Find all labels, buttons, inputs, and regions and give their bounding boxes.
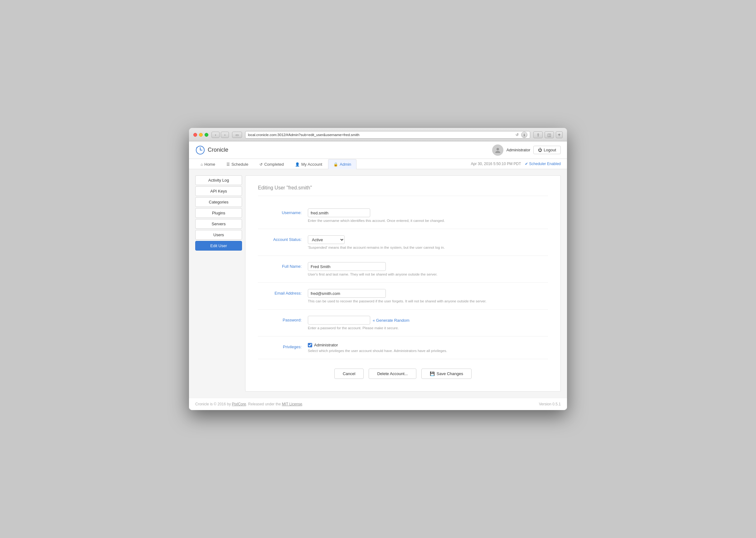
full-name-field: User's first and last name. They will no… xyxy=(308,262,548,276)
save-changes-button[interactable]: 💾 Save Changes xyxy=(421,368,472,379)
back-button[interactable]: ‹ xyxy=(212,132,219,138)
sidebar-item-plugins[interactable]: Plugins xyxy=(195,208,242,218)
footer-text: Cronicle is © 2016 by PixlCore. Released… xyxy=(195,402,303,406)
email-label: Email Address: xyxy=(258,289,308,296)
account-status-field: Active Suspended 'Suspended' means that … xyxy=(308,235,548,249)
avatar xyxy=(492,144,503,156)
checkmark-icon: ✔ xyxy=(525,162,528,166)
power-icon: ⏻ xyxy=(538,148,542,152)
home-icon: ⌂ xyxy=(201,162,203,167)
nav-tabs-left: ⌂ Home ☰ Schedule ↺ Completed 👤 My Accou… xyxy=(195,159,356,169)
form-section-privileges: Privileges: Administrator Select which p… xyxy=(258,336,548,359)
close-button[interactable] xyxy=(193,133,197,137)
password-row: « Generate Random xyxy=(308,316,548,325)
password-hint: Enter a password for the account. Please… xyxy=(308,326,489,330)
add-tab-button[interactable]: + xyxy=(556,132,563,138)
app-header: Cronicle Administrator ⏻ Logout xyxy=(189,141,567,159)
sidebar-item-api-keys[interactable]: API Keys xyxy=(195,186,242,196)
nav-tabs-right: Apr 30, 2016 5:50:10 PM PDT ✔ Scheduler … xyxy=(471,162,561,166)
admin-checkbox-label: Administrator xyxy=(314,343,338,347)
password-input[interactable] xyxy=(308,316,370,325)
refresh-icon[interactable]: ↺ xyxy=(516,133,519,137)
tab-admin-label: Admin xyxy=(340,162,351,167)
nav-buttons: ‹ › xyxy=(212,132,229,138)
cancel-button[interactable]: Cancel xyxy=(334,368,364,379)
admin-user-label: Administrator xyxy=(506,148,531,152)
logout-button[interactable]: ⏻ Logout xyxy=(533,146,561,154)
info-icon[interactable]: ℹ xyxy=(521,132,527,138)
tab-home-label: Home xyxy=(204,162,215,167)
email-hint: This can be used to recover the password… xyxy=(308,299,489,303)
address-bar-wrapper: local.cronicle.com:3012/#Admin?sub=edit_… xyxy=(245,131,530,138)
footer-left: Cronicle is © 2016 by PixlCore. Released… xyxy=(195,402,303,406)
username-label: Username: xyxy=(258,208,308,215)
svg-point-1 xyxy=(496,148,499,150)
new-tab-icon[interactable]: ◫ xyxy=(544,132,554,138)
generate-random-button[interactable]: « Generate Random xyxy=(370,317,409,324)
header-right: Administrator ⏻ Logout xyxy=(492,144,561,156)
sidebar-item-categories[interactable]: Categories xyxy=(195,197,242,207)
privileges-checkbox-row: Administrator xyxy=(308,343,548,347)
delete-account-button[interactable]: Delete Account... xyxy=(369,368,416,379)
admin-icon: 🔒 xyxy=(333,162,338,167)
browser-window: ‹ › ▭ local.cronicle.com:3012/#Admin?sub… xyxy=(189,128,567,410)
form-section-full-name: Full Name: User's first and last name. T… xyxy=(258,256,548,283)
tab-view-button[interactable]: ▭ xyxy=(232,132,242,138)
account-status-select[interactable]: Active Suspended xyxy=(308,235,345,244)
form-section-account-status: Account Status: Active Suspended 'Suspen… xyxy=(258,229,548,256)
sidebar-item-activity-log[interactable]: Activity Log xyxy=(195,175,242,185)
account-status-hint: 'Suspended' means that the account remai… xyxy=(308,245,489,249)
form-section-email: Email Address: This can be used to recov… xyxy=(258,283,548,309)
full-name-hint: User's first and last name. They will no… xyxy=(308,272,489,276)
sidebar: Activity Log API Keys Categories Plugins… xyxy=(195,175,245,392)
save-icon: 💾 xyxy=(430,371,435,376)
tab-home[interactable]: ⌂ Home xyxy=(195,159,220,169)
email-field: This can be used to recover the password… xyxy=(308,289,548,303)
main-content: Editing User "fred.smith" Username: Ente… xyxy=(245,175,561,392)
tab-completed[interactable]: ↺ Completed xyxy=(254,159,289,169)
logo-icon xyxy=(195,145,205,155)
username-hint: Enter the username which identifies this… xyxy=(308,219,489,223)
footer-right: Version 0.5.1 xyxy=(539,402,561,406)
sidebar-item-users[interactable]: Users xyxy=(195,230,242,240)
content-area: Activity Log API Keys Categories Plugins… xyxy=(189,169,567,398)
datetime-label: Apr 30, 2016 5:50:10 PM PDT xyxy=(471,162,521,166)
browser-titlebar: ‹ › ▭ local.cronicle.com:3012/#Admin?sub… xyxy=(189,128,567,141)
minimize-button[interactable] xyxy=(199,133,203,137)
pixlcore-link[interactable]: PixlCore xyxy=(232,402,246,406)
traffic-lights xyxy=(193,133,208,137)
form-section-username: Username: Enter the username which ident… xyxy=(258,202,548,229)
forward-button[interactable]: › xyxy=(221,132,229,138)
address-bar[interactable]: local.cronicle.com:3012/#Admin?sub=edit_… xyxy=(245,131,530,138)
full-name-label: Full Name: xyxy=(258,262,308,269)
username-field: Enter the username which identifies this… xyxy=(308,208,548,223)
admin-checkbox[interactable] xyxy=(308,343,312,347)
logo-text: Cronicle xyxy=(208,147,228,153)
tab-schedule-label: Schedule xyxy=(231,162,248,167)
username-input[interactable] xyxy=(308,208,370,217)
my-account-icon: 👤 xyxy=(295,162,300,167)
sidebar-item-servers[interactable]: Servers xyxy=(195,219,242,229)
tab-schedule[interactable]: ☰ Schedule xyxy=(221,159,254,169)
sidebar-item-edit-user[interactable]: Edit User xyxy=(195,241,242,250)
nav-tabs: ⌂ Home ☰ Schedule ↺ Completed 👤 My Accou… xyxy=(189,159,567,169)
page-title: Editing User "fred.smith" xyxy=(258,185,548,196)
full-name-input[interactable] xyxy=(308,262,386,271)
privileges-hint: Select which privileges the user account… xyxy=(308,349,489,352)
sidebar-nav: Activity Log API Keys Categories Plugins… xyxy=(195,175,242,250)
maximize-button[interactable] xyxy=(205,133,208,137)
account-status-label: Account Status: xyxy=(258,235,308,242)
tab-my-account-label: My Account xyxy=(301,162,322,167)
share-icon[interactable]: ⇧ xyxy=(533,132,543,138)
form-actions: Cancel Delete Account... 💾 Save Changes xyxy=(258,359,548,382)
mit-license-link[interactable]: MIT License xyxy=(282,402,302,406)
form-section-password: Password: « Generate Random Enter a pass… xyxy=(258,309,548,336)
privileges-field: Administrator Select which privileges th… xyxy=(308,343,548,352)
scheduler-status: ✔ Scheduler Enabled xyxy=(525,162,561,166)
tab-my-account[interactable]: 👤 My Account xyxy=(290,159,327,169)
tab-admin[interactable]: 🔒 Admin xyxy=(328,159,356,169)
tab-completed-label: Completed xyxy=(264,162,284,167)
app-container: Cronicle Administrator ⏻ Logout xyxy=(189,141,567,410)
completed-icon: ↺ xyxy=(260,162,262,167)
email-input[interactable] xyxy=(308,289,386,298)
